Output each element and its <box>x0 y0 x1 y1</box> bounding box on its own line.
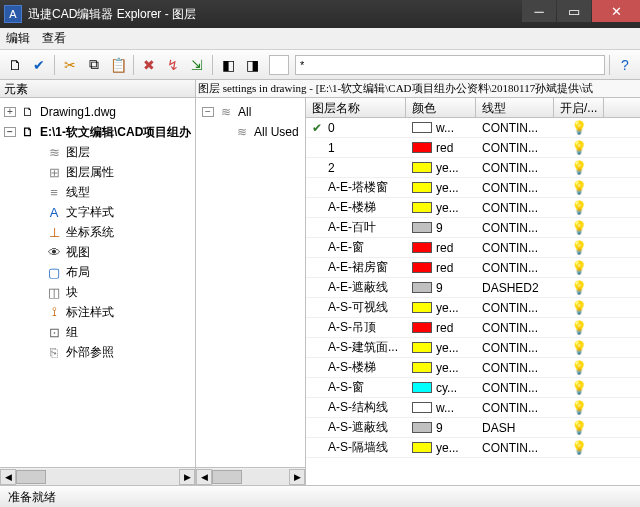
linetype-cell[interactable]: CONTIN... <box>476 321 554 335</box>
maximize-button[interactable]: ▭ <box>557 0 591 22</box>
scroll-thumb[interactable] <box>16 470 46 484</box>
mid-h-scrollbar[interactable]: ◀ ▶ <box>196 467 305 485</box>
check-icon[interactable]: ✔ <box>28 54 50 76</box>
filter-allused[interactable]: ≋ All Used <box>200 122 301 142</box>
tree-child[interactable]: A文字样式 <box>30 202 193 222</box>
tree-child[interactable]: ≡线型 <box>30 182 193 202</box>
tool-icon[interactable]: ◧ <box>217 54 239 76</box>
bulb-icon[interactable]: 💡 <box>571 120 587 135</box>
new-doc-icon[interactable]: 🗋 <box>4 54 26 76</box>
linetype-cell[interactable]: CONTIN... <box>476 241 554 255</box>
color-swatch[interactable] <box>412 282 432 293</box>
color-swatch[interactable] <box>412 322 432 333</box>
table-row[interactable]: A-S-窗cy...CONTIN...💡 <box>306 378 640 398</box>
linetype-cell[interactable]: CONTIN... <box>476 161 554 175</box>
tree-child[interactable]: ⊞图层属性 <box>30 162 193 182</box>
color-swatch[interactable] <box>412 242 432 253</box>
drawing-tree[interactable]: + 🗋 Drawing1.dwg − 🗋 E:\1-软文编辑\CAD项目组办 ≋… <box>0 98 195 467</box>
table-row[interactable]: ✔0w...CONTIN...💡 <box>306 118 640 138</box>
tree-child[interactable]: ≋图层 <box>30 142 193 162</box>
bulb-icon[interactable]: 💡 <box>571 220 587 235</box>
col-linetype[interactable]: 线型 <box>476 98 554 117</box>
color-swatch[interactable] <box>412 122 432 133</box>
table-row[interactable]: A-S-可视线ye...CONTIN...💡 <box>306 298 640 318</box>
expand-icon[interactable]: + <box>4 107 16 117</box>
color-swatch[interactable] <box>412 222 432 233</box>
scroll-left-icon[interactable]: ◀ <box>0 469 16 485</box>
color-swatch[interactable] <box>412 302 432 313</box>
table-row[interactable]: A-S-隔墙线ye...CONTIN...💡 <box>306 438 640 458</box>
linetype-cell[interactable]: DASH <box>476 421 554 435</box>
color-swatch[interactable] <box>412 422 432 433</box>
col-on[interactable]: 开启/... <box>554 98 604 117</box>
close-button[interactable]: ✕ <box>592 0 640 22</box>
menu-view[interactable]: 查看 <box>42 30 66 47</box>
table-row[interactable]: A-S-遮蔽线9DASH💡 <box>306 418 640 438</box>
bulb-icon[interactable]: 💡 <box>571 240 587 255</box>
linetype-cell[interactable]: CONTIN... <box>476 361 554 375</box>
color-swatch[interactable] <box>412 182 432 193</box>
linetype-cell[interactable]: CONTIN... <box>476 381 554 395</box>
table-row[interactable]: 1redCONTIN...💡 <box>306 138 640 158</box>
linetype-cell[interactable]: CONTIN... <box>476 341 554 355</box>
filter-all[interactable]: − ≋ All <box>200 102 301 122</box>
color-swatch[interactable] <box>412 382 432 393</box>
purge-icon[interactable]: ↯ <box>162 54 184 76</box>
tree-child[interactable]: ⊥坐标系统 <box>30 222 193 242</box>
tool2-icon[interactable]: ◨ <box>241 54 263 76</box>
bulb-icon[interactable]: 💡 <box>571 320 587 335</box>
bulb-icon[interactable]: 💡 <box>571 260 587 275</box>
bulb-icon[interactable]: 💡 <box>571 140 587 155</box>
linetype-cell[interactable]: CONTIN... <box>476 401 554 415</box>
linetype-cell[interactable]: CONTIN... <box>476 121 554 135</box>
layer-grid[interactable]: ✔0w...CONTIN...💡1redCONTIN...💡2ye...CONT… <box>306 118 640 485</box>
export-icon[interactable]: ⇲ <box>186 54 208 76</box>
col-color[interactable]: 颜色 <box>406 98 476 117</box>
scroll-left-icon[interactable]: ◀ <box>196 469 212 485</box>
bulb-icon[interactable]: 💡 <box>571 340 587 355</box>
table-row[interactable]: A-E-裙房窗redCONTIN...💡 <box>306 258 640 278</box>
linetype-cell[interactable]: CONTIN... <box>476 301 554 315</box>
bulb-icon[interactable]: 💡 <box>571 160 587 175</box>
delete-icon[interactable]: ✖ <box>138 54 160 76</box>
table-row[interactable]: A-S-结构线w...CONTIN...💡 <box>306 398 640 418</box>
copy-icon[interactable]: ⧉ <box>83 54 105 76</box>
table-row[interactable]: A-E-楼梯ye...CONTIN...💡 <box>306 198 640 218</box>
linetype-cell[interactable]: CONTIN... <box>476 141 554 155</box>
tree-child[interactable]: ⟟标注样式 <box>30 302 193 322</box>
left-h-scrollbar[interactable]: ◀ ▶ <box>0 467 195 485</box>
bulb-icon[interactable]: 💡 <box>571 440 587 455</box>
color-swatch[interactable] <box>412 262 432 273</box>
table-row[interactable]: A-E-百叶9CONTIN...💡 <box>306 218 640 238</box>
scroll-right-icon[interactable]: ▶ <box>179 469 195 485</box>
table-row[interactable]: 2ye...CONTIN...💡 <box>306 158 640 178</box>
color-swatch[interactable] <box>412 342 432 353</box>
bulb-icon[interactable]: 💡 <box>571 380 587 395</box>
table-row[interactable]: A-E-塔楼窗ye...CONTIN...💡 <box>306 178 640 198</box>
color-swatch[interactable] <box>412 402 432 413</box>
bulb-icon[interactable]: 💡 <box>571 360 587 375</box>
tree-child[interactable]: ◫块 <box>30 282 193 302</box>
linetype-cell[interactable]: DASHED2 <box>476 281 554 295</box>
linetype-cell[interactable]: CONTIN... <box>476 261 554 275</box>
color-swatch[interactable] <box>412 162 432 173</box>
tree-child[interactable]: ⊡组 <box>30 322 193 342</box>
color-swatch[interactable] <box>412 142 432 153</box>
color-swatch[interactable] <box>412 442 432 453</box>
tree-child[interactable]: 👁视图 <box>30 242 193 262</box>
menu-edit[interactable]: 编辑 <box>6 30 30 47</box>
linetype-cell[interactable]: CONTIN... <box>476 201 554 215</box>
table-row[interactable]: A-E-遮蔽线9DASHED2💡 <box>306 278 640 298</box>
collapse-icon[interactable]: − <box>4 127 16 137</box>
tree-child[interactable]: ▢布局 <box>30 262 193 282</box>
col-name[interactable]: 图层名称 <box>306 98 406 117</box>
filter-dropdown[interactable] <box>269 55 289 75</box>
minimize-button[interactable]: ─ <box>522 0 556 22</box>
scroll-right-icon[interactable]: ▶ <box>289 469 305 485</box>
table-row[interactable]: A-E-窗redCONTIN...💡 <box>306 238 640 258</box>
color-swatch[interactable] <box>412 202 432 213</box>
tree-node-drawing1[interactable]: + 🗋 Drawing1.dwg <box>2 102 193 122</box>
filter-tree[interactable]: − ≋ All ≋ All Used <box>196 98 305 467</box>
help-icon[interactable]: ? <box>614 54 636 76</box>
table-row[interactable]: A-S-建筑面...ye...CONTIN...💡 <box>306 338 640 358</box>
